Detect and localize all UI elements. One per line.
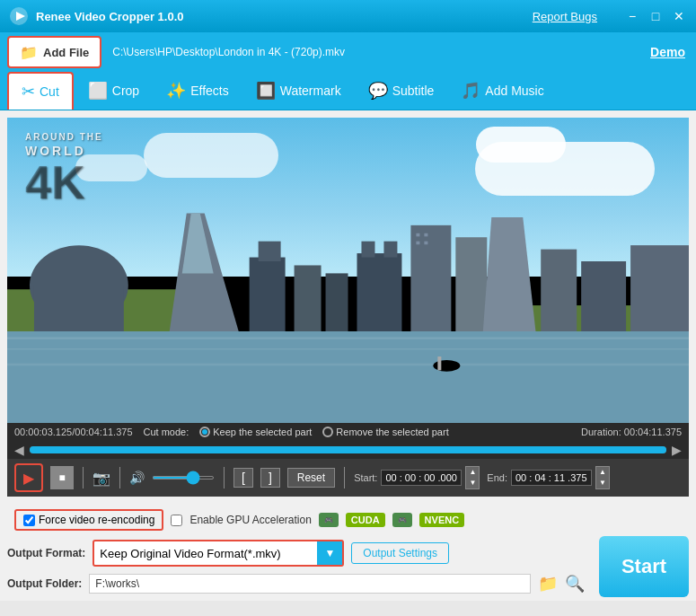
video-scene: AROUND THE WORLD 4K <box>7 118 689 423</box>
close-button[interactable]: ✕ <box>671 8 687 24</box>
slider-left-arrow[interactable]: ◀ <box>14 443 24 457</box>
end-time-input[interactable] <box>511 470 592 486</box>
svg-rect-24 <box>424 242 427 245</box>
nvenc-badge[interactable]: NVENC <box>419 513 465 527</box>
video-preview: AROUND THE WORLD 4K <box>7 118 689 423</box>
output-and-start-row: Output Format: Keep Original Video Forma… <box>7 536 689 601</box>
format-dropdown-button[interactable]: ▼ <box>317 541 342 565</box>
duration-display: Duration: 00:04:11.375 <box>581 427 682 437</box>
end-time-up[interactable]: ▲ <box>596 467 609 478</box>
keep-selected-option[interactable]: Keep the selected part <box>199 427 312 437</box>
cuda-badge[interactable]: CUDA <box>346 513 385 527</box>
output-folder-row: Output Folder: 📁 🔍 <box>7 570 592 597</box>
playback-controls: ▶ ■ 📷 🔊 [ ] Reset Start: ▲ ▼ End: ▲ ▼ <box>7 459 689 497</box>
remove-selected-option[interactable]: Remove the selected part <box>322 427 448 437</box>
start-label: Start <box>621 555 666 577</box>
video-watermark: AROUND THE WORLD 4K <box>25 131 103 206</box>
svg-rect-21 <box>416 233 419 237</box>
start-time-up[interactable]: ▲ <box>466 467 479 478</box>
gpu-icon-1: 🎮 <box>319 513 339 527</box>
slider-fill <box>30 446 666 453</box>
wm-line1: AROUND THE <box>25 131 103 143</box>
folder-browse-icon[interactable]: 📁 <box>538 574 558 594</box>
force-reencode-wrapper: Force video re-encoding <box>14 509 163 531</box>
start-time-down[interactable]: ▼ <box>466 478 479 488</box>
svg-marker-17 <box>482 217 536 338</box>
app-logo <box>9 6 29 26</box>
nav-crop[interactable]: ⬜ Crop <box>75 72 152 110</box>
add-file-label: Add File <box>43 46 89 59</box>
svg-rect-25 <box>7 331 689 423</box>
keep-radio <box>199 427 210 437</box>
cut-icon: ✂ <box>22 82 35 101</box>
force-reencode-checkbox[interactable] <box>23 515 35 526</box>
start-time-input[interactable] <box>381 470 462 486</box>
stop-button[interactable]: ■ <box>50 466 74 489</box>
volume-slider[interactable] <box>152 476 215 480</box>
volume-icon[interactable]: 🔊 <box>129 471 145 485</box>
file-toolbar: 📁 Add File C:\Users\HP\Desktop\London in… <box>0 32 696 72</box>
nav-effects[interactable]: ✨ Effects <box>154 72 242 110</box>
divider-1 <box>83 467 84 488</box>
svg-rect-5 <box>34 286 124 338</box>
current-time-display: 00:00:03.125/00:04:11.375 <box>14 427 133 437</box>
maximize-button[interactable]: □ <box>648 8 664 24</box>
reset-button[interactable]: Reset <box>287 468 335 488</box>
demo-link[interactable]: Demo <box>650 45 685 59</box>
play-icon: ▶ <box>23 470 34 487</box>
nav-bar: ✂ Cut ⬜ Crop ✨ Effects 🔲 Watermark 💬 Sub… <box>0 72 696 110</box>
slider-right-arrow[interactable]: ▶ <box>672 443 682 457</box>
watermark-icon: 🔲 <box>256 81 276 101</box>
end-time-down[interactable]: ▼ <box>596 478 609 488</box>
nav-add-music[interactable]: 🎵 Add Music <box>448 72 556 110</box>
end-time-group: End: ▲ ▼ <box>487 466 610 489</box>
nav-effects-label: Effects <box>190 84 229 98</box>
start-time-group: Start: ▲ ▼ <box>354 466 480 489</box>
svg-rect-8 <box>250 258 286 338</box>
cloud-2 <box>476 127 566 163</box>
divider-2 <box>119 467 120 488</box>
end-time-label: End: <box>487 472 507 483</box>
svg-rect-10 <box>295 265 322 337</box>
title-bar: Renee Video Cropper 1.0.0 Report Bugs − … <box>0 0 696 32</box>
svg-rect-12 <box>357 253 401 338</box>
encode-settings-row: Force video re-encoding Enable GPU Accel… <box>7 504 689 536</box>
play-button[interactable]: ▶ <box>14 463 43 492</box>
slider-track[interactable] <box>30 446 666 453</box>
nav-subtitle-label: Subtitle <box>392 84 435 98</box>
svg-rect-19 <box>581 261 626 338</box>
svg-rect-26 <box>7 337 689 339</box>
nav-watermark-label: Watermark <box>280 84 341 98</box>
nav-add-music-label: Add Music <box>485 84 543 98</box>
svg-rect-20 <box>630 245 689 338</box>
stop-icon: ■ <box>58 471 65 484</box>
start-button[interactable]: Start <box>599 536 689 597</box>
output-controls: Output Format: Keep Original Video Forma… <box>7 536 592 597</box>
bracket-start-button[interactable]: [ <box>233 468 253 488</box>
svg-rect-14 <box>383 242 397 258</box>
format-select[interactable]: Keep Original Video Format(*.mkv) <box>94 543 317 564</box>
start-time-spinner: ▲ ▼ <box>465 466 480 489</box>
timeline-slider: ◀ ▶ <box>7 441 689 459</box>
nav-cut[interactable]: ✂ Cut <box>7 72 74 110</box>
svg-rect-30 <box>437 356 441 370</box>
output-folder-input[interactable] <box>89 574 531 594</box>
file-path-display: C:\Users\HP\Desktop\London in 4K - (720p… <box>105 46 647 58</box>
minimize-button[interactable]: − <box>624 8 640 24</box>
format-select-wrapper: Keep Original Video Format(*.mkv) ▼ <box>93 540 344 567</box>
subtitle-icon: 💬 <box>368 81 388 101</box>
camera-icon[interactable]: 📷 <box>93 470 110 487</box>
nav-cut-label: Cut <box>40 84 59 99</box>
bracket-end-button[interactable]: ] <box>260 468 280 488</box>
nav-watermark[interactable]: 🔲 Watermark <box>243 72 354 110</box>
add-file-button[interactable]: 📁 Add File <box>7 36 101 68</box>
folder-search-icon[interactable]: 🔍 <box>565 574 585 594</box>
effects-icon: ✨ <box>166 81 186 101</box>
gpu-accel-checkbox[interactable] <box>171 515 182 526</box>
output-folder-label: Output Folder: <box>7 577 82 590</box>
nav-subtitle[interactable]: 💬 Subtitle <box>356 72 447 110</box>
report-bugs-link[interactable]: Report Bugs <box>533 10 597 23</box>
output-settings-button[interactable]: Output Settings <box>351 542 449 564</box>
svg-rect-11 <box>326 273 348 337</box>
window-controls: − □ ✕ <box>624 8 687 24</box>
